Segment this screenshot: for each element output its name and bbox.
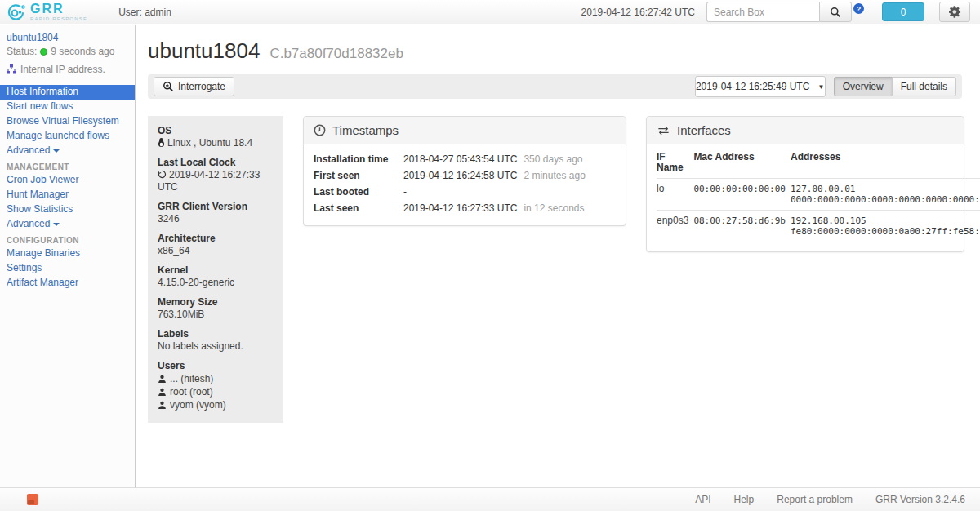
user-label: User: admin <box>118 7 172 18</box>
footer-link-api[interactable]: API <box>695 494 710 505</box>
header-clock: 2019-04-12 16:27:42 UTC <box>581 7 695 18</box>
grr-client-version-value: 3246 <box>158 213 274 225</box>
clock-icon <box>314 124 326 136</box>
client-id: C.b7a80f70d18832eb <box>270 46 403 62</box>
client-name-link[interactable]: ubuntu1804 <box>7 32 128 43</box>
footer-brand-icon <box>27 494 38 505</box>
internal-ip-icon <box>7 64 16 74</box>
memory-size-label: Memory Size <box>158 296 274 309</box>
sidebar-item-manage-binaries[interactable]: Manage Binaries <box>0 247 135 261</box>
overview-button[interactable]: Overview <box>834 77 893 96</box>
grr-logo[interactable]: GRR RAPID RESPONSE <box>0 2 96 22</box>
search-button[interactable] <box>819 2 852 22</box>
kernel-label: Kernel <box>158 264 274 277</box>
os-value: Linux , Ubuntu 18.4 <box>158 137 274 149</box>
timestamp-row: First seen 2019-04-12 16:24:58 UTC 2 min… <box>314 171 616 181</box>
labels-value: No labels assigned. <box>158 340 274 353</box>
interfaces-table: IF Name Mac Address Addresses lo 00:00:0… <box>657 151 980 242</box>
interfaces-header: Interfaces <box>647 117 964 144</box>
timestamps-header: Timestamps <box>304 117 626 144</box>
last-local-clock-label: Last Local Clock <box>158 157 274 169</box>
client-summary: ubuntu1804 Status: 9 seconds ago Interna… <box>0 25 135 83</box>
timestamp-row: Last booted - <box>314 187 616 198</box>
last-local-clock-value: 2019-04-12 16:27:33 UTC <box>158 169 274 193</box>
internal-ip-line: Internal IP address. <box>7 64 128 75</box>
sidebar-item-start-new-flows[interactable]: Start new flows <box>0 100 135 114</box>
sidebar-item-settings[interactable]: Settings <box>0 261 135 276</box>
os-label: OS <box>158 125 274 137</box>
settings-button[interactable] <box>939 2 970 22</box>
main-content: ubuntu1804 C.b7a80f70d18832eb Interrogat… <box>136 25 980 487</box>
user-icon <box>158 401 167 410</box>
full-details-button[interactable]: Full details <box>892 77 956 96</box>
col-if-name: IF Name <box>657 151 693 179</box>
sidebar: ubuntu1804 Status: 9 seconds ago Interna… <box>0 25 136 487</box>
footer-link-help[interactable]: Help <box>734 494 755 505</box>
sidebar-item-advanced-client[interactable]: Advanced <box>0 144 135 158</box>
chevron-down-icon <box>53 223 60 226</box>
help-icon[interactable]: ? <box>853 3 864 14</box>
interrogate-button[interactable]: Interrogate <box>154 77 234 96</box>
view-mode-group: Overview Full details <box>834 77 956 96</box>
top-header: GRR RAPID RESPONSE User: admin 2019-04-1… <box>0 0 980 24</box>
linux-icon <box>158 138 165 147</box>
history-icon <box>158 170 167 179</box>
footer-link-report-problem[interactable]: Report a problem <box>777 494 853 505</box>
sidebar-item-artifact-manager[interactable]: Artifact Manager <box>0 276 135 291</box>
users-label: Users <box>158 360 274 372</box>
user-icon <box>158 375 167 384</box>
interfaces-icon <box>657 126 670 136</box>
footer: API Help Report a problem GRR Version 3.… <box>0 487 980 511</box>
sidebar-item-cron-job-viewer[interactable]: Cron Job Viewer <box>0 173 135 188</box>
table-row: enp0s3 08:00:27:58:d6:9b 192.168.00.105 … <box>657 211 980 242</box>
timestamp-row: Last seen 2019-04-12 16:27:33 UTC in 12 … <box>314 203 616 214</box>
notifications-button[interactable]: 0 <box>882 2 924 21</box>
user-row: vyom (vyom) <box>158 398 274 411</box>
sidebar-item-show-statistics[interactable]: Show Statistics <box>0 202 135 217</box>
status-age: 9 seconds ago <box>51 46 114 57</box>
timestamps-card: Timestamps Installation time 2018-04-27 … <box>303 116 626 226</box>
kernel-value: 4.15.0-20-generic <box>158 277 274 289</box>
sidebar-nav: Host Information Start new flows Browse … <box>0 85 135 291</box>
grr-logo-icon <box>7 2 26 22</box>
interfaces-card: Interfaces IF Name Mac Address Addresses… <box>646 116 964 252</box>
sidebar-item-hunt-manager[interactable]: Hunt Manager <box>0 188 135 202</box>
col-mac-address: Mac Address <box>693 151 791 179</box>
os-summary-panel: OS Linux , Ubuntu 18.4 Last Local Clock … <box>148 116 283 423</box>
status-online-icon <box>40 48 47 56</box>
chevron-down-icon <box>53 149 60 153</box>
sidebar-item-manage-launched-flows[interactable]: Manage launched flows <box>0 129 135 144</box>
search-icon <box>830 7 841 18</box>
table-row: lo 00:00:00:00:00:00 127.00.00.01 0000:0… <box>657 179 980 211</box>
logo-subtext: RAPID RESPONSE <box>30 16 87 21</box>
search-input[interactable] <box>706 2 819 22</box>
sidebar-section-management: MANAGEMENT <box>0 158 135 173</box>
architecture-label: Architecture <box>158 233 274 245</box>
user-row: root (root) <box>158 385 274 398</box>
chevron-down-icon: ▼ <box>817 83 824 91</box>
status-label: Status: <box>7 46 37 57</box>
interrogate-icon <box>163 81 174 92</box>
grr-client-version-label: GRR Client Version <box>158 201 274 213</box>
col-addresses: Addresses <box>791 151 980 179</box>
architecture-value: x86_64 <box>158 245 274 257</box>
sidebar-item-host-information[interactable]: Host Information <box>0 85 135 100</box>
version-history-dropdown[interactable]: 2019-04-12 16:25:49 UTC ▼ <box>695 76 826 97</box>
timestamp-row: Installation time 2018-04-27 05:43:54 UT… <box>314 154 616 165</box>
footer-version: GRR Version 3.2.4.6 <box>875 494 965 505</box>
logo-text: GRR <box>30 2 87 16</box>
client-status: Status: 9 seconds ago <box>7 46 128 57</box>
user-icon <box>158 388 167 397</box>
search-group <box>706 2 852 22</box>
sidebar-section-configuration: CONFIGURATION <box>0 232 135 247</box>
internal-ip-label: Internal IP address. <box>20 64 105 75</box>
page-title: ubuntu1804 <box>148 38 260 64</box>
sidebar-item-advanced-management[interactable]: Advanced <box>0 217 135 232</box>
user-row: ... (hitesh) <box>158 372 274 385</box>
gear-icon <box>949 6 961 18</box>
host-toolbar: Interrogate 2019-04-12 16:25:49 UTC ▼ Ov… <box>148 74 962 99</box>
sidebar-item-browse-virtual-filesystem[interactable]: Browse Virtual Filesystem <box>0 114 135 129</box>
labels-label: Labels <box>158 328 274 340</box>
memory-size-value: 763.10MiB <box>158 309 274 321</box>
